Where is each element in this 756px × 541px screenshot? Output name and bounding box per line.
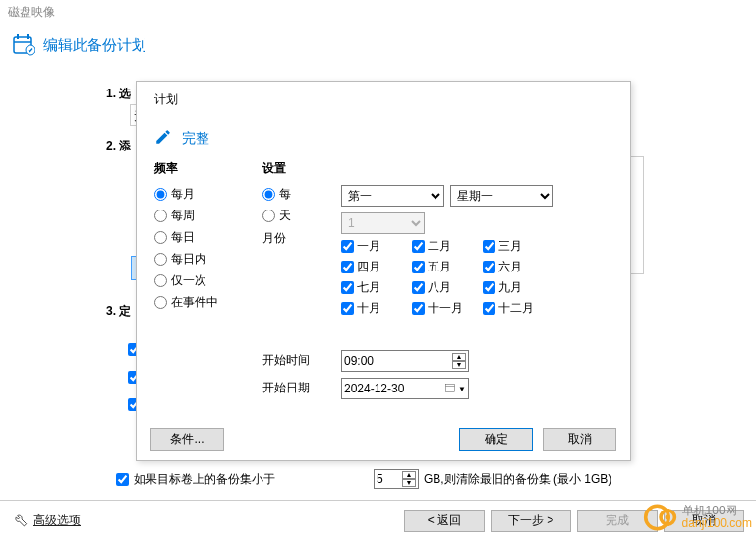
footer: 高级选项 < 返回 下一步 > 完成 取消 [0, 500, 756, 541]
month-label-1: 二月 [428, 238, 451, 255]
target-size-checkbox[interactable] [116, 473, 129, 486]
month-item-1[interactable]: 二月 [412, 238, 483, 255]
conditions-button[interactable]: 条件... [150, 428, 224, 451]
month-check-11[interactable] [483, 302, 495, 315]
freq-radio-1[interactable] [154, 210, 167, 222]
page-header: 编辑此备份计划 [0, 25, 756, 67]
month-label-3: 四月 [357, 259, 380, 275]
advanced-options-link[interactable]: 高级选项 [12, 511, 81, 530]
size-spinner[interactable]: ▲▼ [402, 471, 416, 487]
month-label-5: 六月 [498, 259, 522, 275]
dialog-title: 完整 [182, 130, 209, 148]
month-label-9: 十月 [357, 300, 380, 317]
time-spinner[interactable]: ▲▼ [452, 353, 466, 369]
chevron-down-icon[interactable]: ▼ [458, 385, 466, 393]
pencil-icon [154, 128, 172, 149]
day-number-select: 1 [341, 212, 425, 234]
month-check-6[interactable] [341, 281, 354, 294]
freq-option-3[interactable]: 每日内 [154, 250, 253, 268]
month-label-8: 九月 [498, 279, 522, 296]
target-size-label: 如果目标卷上的备份集小于 [134, 471, 275, 488]
target-size-field[interactable] [377, 472, 400, 486]
every-radio[interactable] [262, 188, 275, 201]
spinner-up-icon[interactable]: ▲ [402, 471, 416, 479]
freq-option-0[interactable]: 每月 [154, 185, 253, 203]
month-label-2: 三月 [498, 238, 522, 255]
start-time-label: 开始时间 [262, 350, 341, 369]
month-item-9[interactable]: 十月 [341, 300, 412, 317]
month-label-7: 八月 [428, 279, 451, 296]
month-check-2[interactable] [483, 240, 495, 253]
every-label: 每 [279, 186, 291, 203]
month-item-6[interactable]: 七月 [341, 279, 412, 296]
month-check-9[interactable] [341, 302, 354, 315]
plan-label: 计划 [154, 91, 612, 108]
month-item-11[interactable]: 十二月 [483, 300, 553, 317]
svg-rect-1 [17, 34, 19, 39]
wrench-icon [12, 511, 28, 530]
month-item-5[interactable]: 六月 [483, 259, 553, 275]
footer-cancel-button[interactable]: 取消 [664, 510, 744, 532]
freq-radio-2[interactable] [154, 231, 167, 244]
start-time-input[interactable]: ▲▼ [341, 350, 469, 372]
freq-option-4[interactable]: 仅一次 [154, 271, 253, 289]
window-title: 磁盘映像 [0, 0, 756, 25]
month-item-2[interactable]: 三月 [483, 238, 553, 255]
month-item-10[interactable]: 十一月 [412, 300, 483, 317]
month-label-4: 五月 [428, 259, 451, 275]
month-check-8[interactable] [483, 281, 495, 294]
day-label: 天 [279, 208, 291, 224]
month-check-4[interactable] [412, 261, 425, 273]
day-radio[interactable] [262, 210, 275, 222]
start-time-field[interactable] [344, 354, 433, 368]
cancel-button[interactable]: 取消 [543, 428, 616, 451]
day-radio-row[interactable]: 天 [262, 207, 341, 224]
month-check-0[interactable] [341, 240, 354, 253]
month-item-4[interactable]: 五月 [412, 259, 483, 275]
spinner-down-icon[interactable]: ▼ [402, 479, 416, 487]
step-1-label: 1. 选 [106, 86, 131, 102]
svg-rect-5 [446, 384, 455, 391]
month-check-10[interactable] [412, 302, 425, 315]
next-button[interactable]: 下一步 > [491, 510, 571, 532]
settings-title: 设置 [262, 160, 612, 177]
freq-label-5: 在事件中 [171, 294, 218, 311]
spinner-up-icon[interactable]: ▲ [452, 353, 466, 361]
freq-label-3: 每日内 [171, 251, 206, 268]
ok-button[interactable]: 确定 [459, 428, 533, 451]
month-item-7[interactable]: 八月 [412, 279, 483, 296]
calendar-icon[interactable] [444, 382, 456, 396]
month-item-3[interactable]: 四月 [341, 259, 412, 275]
freq-radio-4[interactable] [154, 274, 167, 287]
every-radio-row[interactable]: 每 [262, 185, 341, 203]
freq-radio-0[interactable] [154, 188, 167, 201]
spinner-down-icon[interactable]: ▼ [452, 361, 466, 369]
start-date-input[interactable]: ▼ [341, 378, 469, 399]
month-check-1[interactable] [412, 240, 425, 253]
back-button[interactable]: < 返回 [404, 510, 485, 532]
month-item-8[interactable]: 九月 [483, 279, 553, 296]
week-select[interactable]: 第一 [341, 185, 444, 207]
month-item-0[interactable]: 一月 [341, 238, 412, 255]
schedule-dialog: 计划 完整 频率 每月每周每日每日内仅一次在事件中 设置 每 [136, 81, 631, 461]
month-label-0: 一月 [357, 238, 380, 255]
month-label-11: 十二月 [498, 300, 534, 317]
freq-radio-5[interactable] [154, 296, 167, 309]
freq-radio-3[interactable] [154, 253, 167, 266]
freq-option-1[interactable]: 每周 [154, 207, 253, 224]
target-size-suffix: GB,则清除最旧的备份集 (最小 1GB) [424, 471, 611, 488]
target-size-input[interactable]: ▲▼ [374, 469, 419, 489]
freq-option-5[interactable]: 在事件中 [154, 293, 253, 311]
month-check-5[interactable] [483, 261, 495, 273]
page-title: 编辑此备份计划 [43, 36, 146, 55]
month-check-7[interactable] [412, 281, 425, 294]
target-size-row: 如果目标卷上的备份集小于 ▲▼ GB,则清除最旧的备份集 (最小 1GB) [116, 469, 611, 489]
freq-label-4: 仅一次 [171, 272, 206, 289]
advanced-options-label: 高级选项 [33, 512, 81, 529]
calendar-edit-icon [12, 32, 35, 59]
month-check-3[interactable] [341, 261, 354, 273]
start-date-field[interactable] [344, 382, 433, 395]
freq-label-2: 每日 [171, 229, 195, 246]
freq-option-2[interactable]: 每日 [154, 228, 253, 246]
weekday-select[interactable]: 星期一 [450, 185, 553, 207]
